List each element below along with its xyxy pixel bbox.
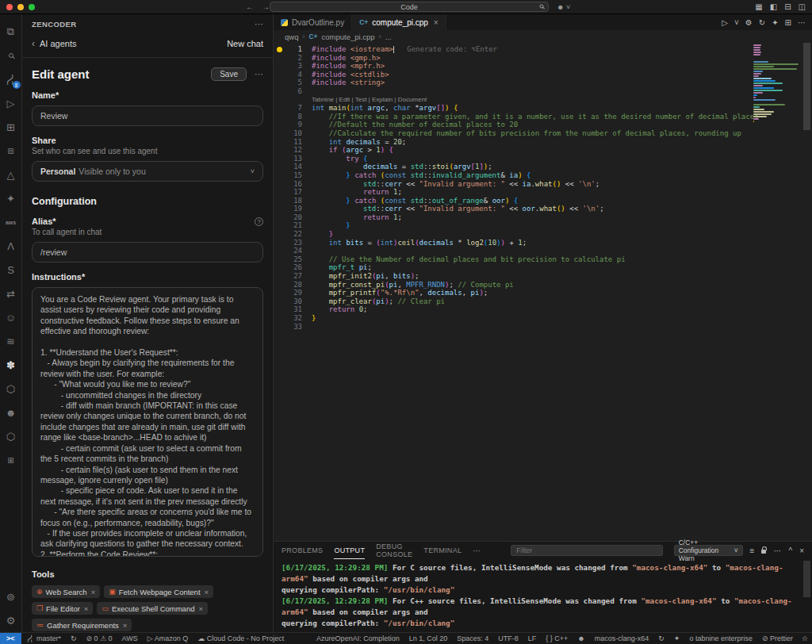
activity-azure-icon[interactable]: Λ: [0, 234, 22, 258]
alias-field[interactable]: [32, 242, 263, 263]
tab-dvaroutline[interactable]: DvarOutline.py: [274, 14, 352, 30]
panel-tab-output[interactable]: OUTPUT: [334, 542, 365, 559]
output-filter-input[interactable]: [511, 545, 662, 556]
tool-chip-web-search[interactable]: ⊕Web Search×: [32, 585, 100, 598]
maximize-panel-icon[interactable]: ^: [788, 546, 792, 555]
instructions-field[interactable]: You are a Code Review agent. Your primar…: [32, 287, 263, 557]
output-options-icon[interactable]: ≡: [750, 546, 755, 555]
activity-zencoder-icon[interactable]: ✽: [0, 353, 22, 377]
nav-back-icon[interactable]: ←: [246, 2, 254, 11]
name-field[interactable]: [32, 105, 263, 126]
status-encoding[interactable]: UTF-8: [493, 633, 523, 644]
breadcrumb-ai-agents[interactable]: AI agents: [40, 39, 76, 48]
status-sync-icon-2[interactable]: ↻: [653, 633, 669, 644]
activity-smiley-icon[interactable]: ☻: [0, 401, 22, 424]
editor-scrollbar[interactable]: [801, 43, 812, 541]
minimap[interactable]: [753, 44, 801, 125]
refresh-icon[interactable]: ↻: [759, 18, 765, 27]
panel-tab-terminal[interactable]: TERMINAL: [423, 542, 462, 559]
remove-tool-icon[interactable]: ×: [205, 588, 209, 596]
tool-chip-execute-shell-command[interactable]: ▭Execute Shell Command×: [97, 602, 208, 615]
activity-hexagon-clock-icon[interactable]: ⬡: [0, 377, 22, 401]
status-language-mode[interactable]: { } C++: [541, 633, 573, 644]
activity-tabnine-icon[interactable]: ✦: [0, 186, 22, 210]
toggle-primary-sidebar-icon[interactable]: ◧: [770, 2, 777, 11]
activity-compare-icon[interactable]: ⇄: [0, 282, 22, 305]
activity-remote-explorer-icon[interactable]: ⧈: [0, 139, 22, 163]
activity-explorer-icon[interactable]: ⧉: [0, 20, 22, 44]
lock-scroll-icon[interactable]: [761, 546, 766, 555]
status-indentation[interactable]: Spaces: 4: [452, 633, 493, 644]
breadcrumb[interactable]: qwq›C+compute_pi.cpp›...: [274, 30, 812, 43]
sparkle-icon[interactable]: ✦: [772, 18, 778, 27]
zoom-window-icon[interactable]: [29, 4, 35, 10]
activity-source-control-icon[interactable]: ⌥8: [0, 67, 22, 91]
panel-tabs-more-icon[interactable]: ⋯: [473, 546, 481, 555]
more-icon[interactable]: ⋯: [773, 546, 781, 555]
remove-tool-icon[interactable]: ×: [123, 621, 128, 630]
activity-account-icon[interactable]: ⊚: [0, 585, 22, 608]
breadcrumb-item[interactable]: compute_pi.cpp: [322, 33, 375, 41]
status-copilot-icon[interactable]: ☻: [573, 633, 589, 644]
remove-tool-icon[interactable]: ×: [198, 604, 203, 613]
activity-run-debug-icon[interactable]: ▷: [0, 91, 22, 115]
breadcrumb-item[interactable]: ...: [385, 33, 392, 41]
new-chat-button[interactable]: New chat: [227, 39, 263, 48]
breadcrumb-item[interactable]: qwq: [285, 33, 298, 41]
status-notifications-bell-icon[interactable]: ⍾: [798, 633, 812, 644]
activity-aws-icon[interactable]: aws: [0, 210, 22, 234]
status-tabnine-sparkle-icon[interactable]: ✦: [669, 633, 685, 644]
activity-amazon-q-icon[interactable]: ☺: [0, 305, 22, 329]
nav-forward-icon[interactable]: →: [262, 2, 270, 11]
toggle-panel-icon[interactable]: ⊟: [784, 2, 791, 11]
activity-settings-icon[interactable]: ⚙: [0, 608, 22, 632]
tab-compute-pi[interactable]: C+compute_pi.cpp×: [352, 14, 446, 30]
output-channel-select[interactable]: C/C++ Configuration Warn ˅: [674, 545, 743, 556]
output-log[interactable]: [6/17/2025, 12:29:28 PM] For C source fi…: [274, 559, 812, 632]
panel-tab-problems[interactable]: PROBLEMS: [282, 542, 323, 559]
activity-hexagon-play-icon[interactable]: ⬡: [0, 424, 22, 448]
activity-extensions-icon[interactable]: ⊞: [0, 115, 22, 139]
help-icon[interactable]: ?: [255, 217, 263, 226]
activity-testing-icon[interactable]: △: [0, 163, 22, 186]
status-cloud-code[interactable]: ☁ Cloud Code - No Project: [193, 633, 289, 644]
close-window-icon[interactable]: [6, 4, 13, 10]
activity-signal-icon[interactable]: ≋: [0, 329, 22, 353]
split-editor-icon[interactable]: ⊞: [785, 18, 791, 27]
settings-gear-icon[interactable]: ⚙: [745, 18, 753, 27]
status-problems-counts[interactable]: ⊘ 0 ⚠ 0: [81, 633, 117, 644]
run-code-icon[interactable]: ▷: [722, 18, 728, 27]
activity-search-icon[interactable]: [0, 44, 22, 67]
status-azure-openai[interactable]: AzureOpenAI: Completion: [312, 633, 404, 644]
panel-scrollbar[interactable]: [803, 561, 810, 597]
toggle-secondary-sidebar-icon[interactable]: ◫: [799, 2, 806, 11]
status-aws[interactable]: AWS: [117, 633, 143, 644]
save-button[interactable]: Save: [211, 67, 247, 81]
tool-chip-fetch-webpage-content[interactable]: ▣Fetch Webpage Content×: [104, 585, 213, 598]
status-prettier[interactable]: ⊘ Prettier: [757, 633, 798, 644]
remove-tool-icon[interactable]: ×: [91, 588, 96, 596]
status-amazon-q[interactable]: ▷ Amazon Q: [143, 633, 193, 644]
panel-more-icon[interactable]: ⋯: [255, 19, 263, 29]
close-panel-icon[interactable]: ×: [799, 546, 804, 555]
run-dropdown-icon[interactable]: ˅: [734, 18, 739, 27]
activity-snyk-icon[interactable]: S: [0, 258, 22, 282]
agent-more-icon[interactable]: ⋯: [255, 69, 263, 79]
codelens-actions[interactable]: Tabnine | Edit | Test | Explain | Docume…: [274, 96, 427, 105]
share-select[interactable]: Personal Visible only to you ˅: [32, 161, 263, 182]
status-eol[interactable]: LF: [523, 633, 542, 644]
status-git-branch[interactable]: ⌥master*: [21, 633, 66, 644]
status-cursor-position[interactable]: Ln 1, Col 20: [404, 633, 453, 644]
command-center-search[interactable]: Code: [270, 2, 549, 12]
layout-customize-icon[interactable]: ▦: [755, 2, 762, 11]
code-editor[interactable]: 1#include <iostream> Generate code: ⌥Ent…: [274, 43, 812, 541]
status-sync-icon[interactable]: ↻: [66, 633, 82, 644]
close-tab-icon[interactable]: ×: [434, 18, 439, 27]
lightbulb-icon[interactable]: [277, 47, 282, 52]
account-menu-icon[interactable]: ☻ ˅: [557, 3, 570, 11]
minimize-window-icon[interactable]: [17, 4, 24, 10]
activity-package-icon[interactable]: ⧆: [0, 448, 22, 472]
tool-chip-gather-requirements[interactable]: ≔Gather Requirements×: [32, 619, 132, 631]
remove-tool-icon[interactable]: ×: [84, 604, 89, 613]
status-tabnine-enterprise[interactable]: o tabnine enterprise: [684, 633, 757, 644]
